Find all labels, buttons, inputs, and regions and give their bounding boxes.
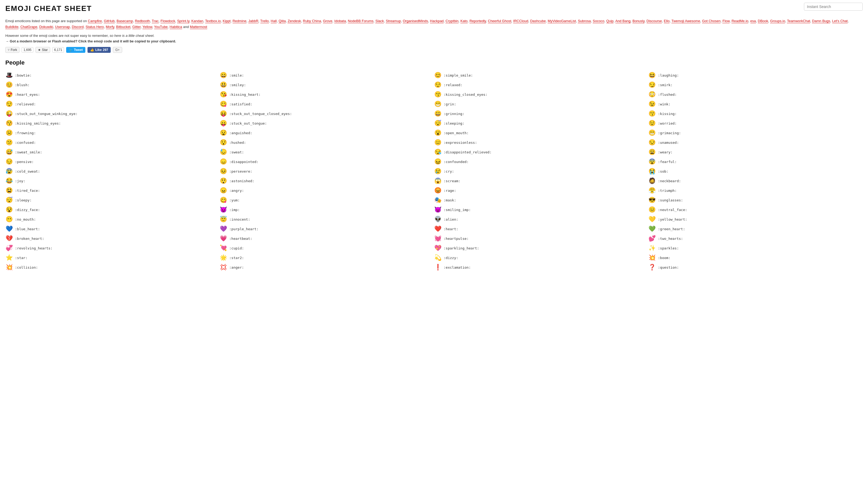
list-item[interactable]: 💙 :blue_heart: [5,224,220,234]
link-sococo[interactable]: Sococo [593,19,604,23]
list-item[interactable]: 😜 :stuck_out_tongue_winking_eye: [5,109,220,119]
link-twemoji[interactable]: Twemoji Awesome [671,19,700,23]
list-item[interactable]: 😤 :triumph: [649,186,863,195]
list-item[interactable]: 😱 :scream: [434,176,649,186]
link-teamwork[interactable]: TeamworkChat [787,19,810,23]
list-item[interactable]: 💚 :green_heart: [649,224,863,234]
link-discourse[interactable]: Discourse [647,19,662,23]
list-item[interactable]: 😋 :satisfied: [220,99,434,109]
list-item[interactable]: 😵 :dizzy_face: [5,205,220,214]
list-item[interactable]: 😳 :flushed: [649,90,863,99]
link-idobata[interactable]: Idobata [334,19,346,23]
list-item[interactable]: 😄 :smile: [220,70,434,80]
list-item[interactable]: 😆 :laughing: [649,70,863,80]
list-item[interactable]: 💜 :purple_heart: [220,224,434,234]
link-quip[interactable]: Quip [606,19,613,23]
list-item[interactable]: 😊 :simple_smile: [434,70,649,80]
link-grove[interactable]: Grove [323,19,332,23]
gplus-button[interactable]: G+ [113,47,122,53]
list-item[interactable]: 💓 :heartpulse: [434,234,649,243]
link-flow[interactable]: Flow [722,19,730,23]
link-ello[interactable]: Ello [664,19,670,23]
list-item[interactable]: 💗 :heartbeat: [220,234,434,243]
list-item[interactable]: 😨 :fearful: [649,157,863,167]
link-hackpad[interactable]: Hackpad [430,19,443,23]
list-item[interactable]: 😯 :hushed: [220,138,434,147]
list-item[interactable]: 💖 :sparkling_heart: [434,243,649,253]
list-item[interactable]: 😈 :smiling_imp: [434,205,649,214]
list-item[interactable]: 😊 :blush: [5,80,220,90]
link-slack[interactable]: Slack [375,19,384,23]
link-github[interactable]: GitHub [104,19,114,23]
link-groupsio[interactable]: Groups.io [770,19,785,23]
list-item[interactable]: ⭐ :star: [5,253,220,262]
list-item[interactable]: 👽 :alien: [434,214,649,224]
list-item[interactable]: 💕 :two_hearts: [649,234,863,243]
list-item[interactable]: 😟 :worried: [649,119,863,128]
link-hall[interactable]: Hall [271,19,277,23]
list-item[interactable]: 😢 :cry: [434,167,649,176]
link-bonusly[interactable]: Bonusly [632,19,645,23]
list-item[interactable]: ❗ :exclamation: [434,262,649,272]
link-cheerful[interactable]: Cheerful Ghost [488,19,511,23]
link-cryptbin[interactable]: Cryptbin [446,19,458,23]
link-dbook[interactable]: DBook [758,19,768,23]
list-item[interactable]: 😓 :sweat: [220,147,434,157]
link-subrosa[interactable]: Subrosa [578,19,591,23]
link-usersnap[interactable]: Usersnap [55,25,70,29]
list-item[interactable]: 😀 :grinning: [434,109,649,119]
link-gotchosen[interactable]: Got Chosen [702,19,720,23]
link-flowdock[interactable]: Flowdock [160,19,175,23]
list-item[interactable]: 😁 :grin: [434,99,649,109]
list-item[interactable]: 😛 :stuck_out_tongue: [220,119,434,128]
list-item[interactable]: 💛 :yellow_heart: [649,214,863,224]
link-trac[interactable]: Trac [152,19,159,23]
link-youtube[interactable]: YouTube [154,25,168,29]
link-redbooth[interactable]: Redbooth [135,19,150,23]
link-reportedly[interactable]: Reportedly [470,19,486,23]
link-esa[interactable]: esa [751,19,756,23]
link-statushero[interactable]: Status Hero [86,25,104,29]
list-item[interactable]: 😌 :relaxed: [434,80,649,90]
list-item[interactable]: 😣 :persevere: [220,167,434,176]
list-item[interactable]: 😬 :grimacing: [649,128,863,138]
link-morfy[interactable]: Morfy [106,25,114,29]
link-trello[interactable]: Trello [260,19,269,23]
link-myvideo[interactable]: MyVideoGameList [548,19,576,23]
list-item[interactable]: 👿 :imp: [220,205,434,214]
link-organisedminds[interactable]: OrganisedMinds [403,19,428,23]
link-bitbucket[interactable]: Bitbucket [116,25,130,29]
link-discord[interactable]: Discord [72,25,84,29]
list-item[interactable]: 💫 :dizzy: [434,253,649,262]
link-readme[interactable]: ReadMe.io [732,19,748,23]
list-item[interactable]: 😃 :smiley: [220,80,434,90]
list-item[interactable]: 💢 :anger: [220,262,434,272]
list-item[interactable]: 💔 :broken_heart: [5,234,220,243]
list-item[interactable]: 😖 :confounded: [434,157,649,167]
list-item[interactable]: 😐 :neutral_face: [649,205,863,214]
list-item[interactable]: 😠 :angry: [220,186,434,195]
fork-button[interactable]: ⑂ Fork [5,47,20,53]
list-item[interactable]: ✨ :sparkles: [649,243,863,253]
link-basecamp[interactable]: Basecamp [116,19,133,23]
list-item[interactable]: 😏 :smirk: [649,80,863,90]
link-kato[interactable]: Kato [460,19,468,23]
list-item[interactable]: 😒 :unamused: [649,138,863,147]
link-kippt[interactable]: Kippt [223,19,231,23]
list-item[interactable]: 😙 :kissing_closed_eyes: [434,90,649,99]
star-button[interactable]: ★ Star [36,47,50,53]
list-item[interactable]: 😇 :innocent: [220,214,434,224]
list-item[interactable]: ☹️ :frowning: [5,128,220,138]
list-item[interactable]: 😘 :kissing_heart: [220,90,434,99]
list-item[interactable]: 😩 :weary: [649,147,863,157]
link-kandan[interactable]: Kandan [191,19,203,23]
list-item[interactable]: 🧔 :neckbeard: [649,176,863,186]
list-item[interactable]: 💘 :cupid: [220,243,434,253]
list-item[interactable]: 😡 :rage: [434,186,649,195]
list-item[interactable]: 😚 :kissing_smiling_eyes: [5,119,220,128]
link-dashcube[interactable]: Dashcube [530,19,546,23]
link-damnbugs[interactable]: Damn Bugs [812,19,830,23]
link-jabbr[interactable]: JabbR [248,19,259,23]
link-gitter[interactable]: Gitter [132,25,140,29]
link-dokuwiki[interactable]: Dokuwiki [39,25,53,29]
